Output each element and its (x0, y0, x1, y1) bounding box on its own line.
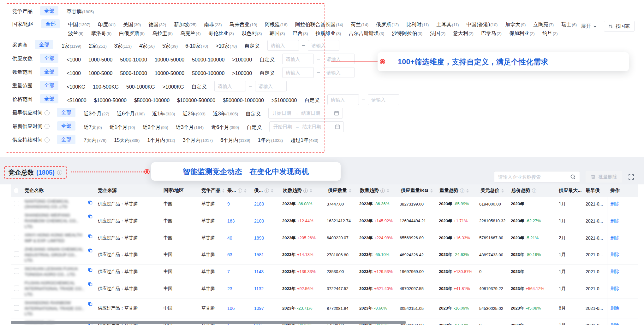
delete-link[interactable]: 删除 (611, 269, 619, 274)
filter-option[interactable]: 巴西(3) (293, 30, 308, 37)
filter-option[interactable]: 摩洛哥(5) (91, 30, 111, 37)
filter-option[interactable]: 新加坡(25) (174, 21, 196, 28)
filter-min-input[interactable] (282, 54, 314, 64)
filter-option[interactable]: 白俄罗斯(5) (119, 30, 145, 37)
filter-option[interactable]: >100000 (232, 57, 252, 63)
row-checkbox[interactable] (14, 235, 19, 240)
filter-option[interactable]: <1000 (67, 57, 81, 63)
filter-custom-option[interactable]: 自定义 (246, 111, 261, 117)
row-checkbox[interactable] (14, 201, 19, 206)
filter-option[interactable]: 南非(23) (204, 21, 222, 28)
filter-option[interactable]: 意大利(2) (453, 30, 474, 37)
column-header-usd[interactable]: 美元总价 (477, 184, 508, 197)
filter-option[interactable]: <1000 (67, 71, 81, 76)
filter-option-all[interactable]: 全部 (40, 81, 58, 90)
bulk-delete-button[interactable]: 批量删除 (586, 171, 622, 183)
filter-option[interactable]: 近2年(903) (183, 111, 206, 117)
column-header-count_trend[interactable]: 次数趋势i (280, 184, 325, 197)
filter-option[interactable]: 波兰(6) (68, 30, 83, 37)
filter-min-input[interactable] (214, 81, 246, 91)
filter-option-all[interactable]: 全部 (35, 40, 53, 49)
filter-option[interactable]: 6个月内(1139) (220, 137, 250, 144)
delete-link[interactable]: 删除 (611, 252, 619, 257)
cell-supplies[interactable]: 1132 (251, 279, 280, 299)
filter-min-input[interactable] (327, 94, 359, 105)
filter-option[interactable]: $50000-100000 (134, 98, 170, 103)
filter-option[interactable]: 中国(香港)(10) (467, 21, 498, 28)
filter-option[interactable]: 近1个月(10) (110, 124, 135, 131)
filter-option[interactable]: 印度(41) (98, 21, 116, 28)
filter-option[interactable]: 1000-5000 (88, 71, 113, 76)
filter-option[interactable]: 土耳其(11) (436, 21, 459, 28)
filter-option-all[interactable]: 全部 (57, 135, 75, 144)
filter-option[interactable]: 近7天(0) (84, 124, 102, 131)
filter-max-input[interactable] (323, 54, 355, 64)
cell-action[interactable]: 删除 (607, 245, 638, 265)
filter-option[interactable]: >10家(78) (216, 43, 237, 49)
filter-option[interactable]: 比利时(11) (406, 21, 429, 28)
cell-select[interactable] (11, 265, 21, 279)
filter-option[interactable]: 5000-10000 (120, 71, 147, 76)
filter-option[interactable]: 立陶宛(7) (533, 21, 554, 28)
filter-option[interactable]: 近3个月(164) (176, 124, 204, 131)
fullscreen-icon[interactable] (628, 174, 635, 180)
filter-option[interactable]: 50000-100000 (192, 57, 224, 63)
filter-option[interactable]: 近3个月(27) (84, 111, 109, 117)
cell-select[interactable] (11, 299, 21, 318)
expand-toggle[interactable]: 展开 (581, 23, 597, 30)
filter-max-input[interactable] (368, 94, 399, 105)
filter-option[interactable]: 阿拉伯联合酋长国(14) (295, 21, 343, 28)
cell-supplies[interactable]: 1893 (251, 231, 280, 245)
filter-option-all[interactable]: 全部 (40, 6, 58, 15)
sort-icons[interactable] (430, 189, 433, 193)
filter-option[interactable]: <100KG (67, 84, 85, 90)
cell-action[interactable]: 删除 (607, 265, 638, 279)
row-checkbox[interactable] (14, 218, 19, 223)
filter-option[interactable]: 沙特阿拉伯(3) (392, 30, 422, 37)
filter-option[interactable]: 近6个月(399) (211, 124, 239, 131)
row-checkbox[interactable] (14, 269, 19, 274)
copy-icon[interactable] (88, 234, 92, 238)
row-checkbox[interactable] (14, 252, 19, 257)
by-country-button[interactable]: 按国家 (604, 21, 635, 32)
cell-supplies[interactable]: 2103 (251, 211, 280, 231)
row-checkbox[interactable] (14, 305, 19, 310)
cell-action[interactable]: 删除 (607, 279, 638, 299)
filter-option[interactable]: 瑞士(6) (561, 21, 577, 28)
scrollbar-thumb[interactable] (11, 321, 406, 324)
filter-option[interactable]: 阿根廷(16) (265, 21, 288, 28)
filter-option-all[interactable]: 全部 (57, 121, 75, 131)
filter-option[interactable]: >100000 (232, 71, 252, 76)
sort-icons[interactable] (222, 189, 224, 193)
column-header-supplies[interactable]: 供...i (251, 184, 280, 197)
filter-max-input[interactable] (255, 81, 287, 91)
filter-option[interactable]: 4家(56) (139, 43, 155, 49)
copy-icon[interactable] (88, 268, 92, 272)
filter-option[interactable]: <$10000 (67, 98, 86, 103)
filter-option[interactable]: 德国(32) (148, 21, 166, 28)
column-header-qty[interactable]: 供应数量 (325, 184, 357, 197)
delete-link[interactable]: 删除 (611, 235, 619, 240)
filter-option[interactable]: 吉尔吉斯斯坦(3) (349, 30, 384, 37)
filter-min-input[interactable] (282, 67, 314, 78)
filter-option[interactable]: 草甘膦(1805) (67, 9, 94, 15)
column-header-weight_trend[interactable]: 重量趋势i (436, 184, 477, 197)
filter-option[interactable]: 美国(39) (123, 21, 141, 28)
copy-icon[interactable] (88, 248, 92, 252)
filter-option[interactable]: 7天内(776) (84, 137, 106, 144)
delete-link[interactable]: 删除 (611, 305, 619, 310)
column-header-select[interactable] (11, 184, 21, 197)
filter-option-all[interactable]: 全部 (41, 19, 60, 28)
filter-option[interactable]: 以色列(3) (242, 30, 262, 37)
filter-option[interactable]: >$1000000 (271, 98, 297, 103)
filter-max-input[interactable] (308, 40, 339, 51)
filter-option[interactable]: 近6个月(108) (117, 111, 145, 117)
filter-option[interactable]: 5000-10000 (120, 57, 147, 63)
cell-select[interactable] (11, 211, 21, 231)
filter-option[interactable]: 1年内(1322) (258, 137, 283, 144)
filter-option[interactable]: 中国(1397) (68, 21, 90, 28)
cell-supplies[interactable]: 1143 (251, 265, 280, 279)
cell-buyers[interactable]: 106 (224, 299, 251, 318)
filter-custom-option[interactable]: 自定义 (259, 56, 275, 63)
filter-option[interactable]: 法国(2) (430, 30, 445, 37)
